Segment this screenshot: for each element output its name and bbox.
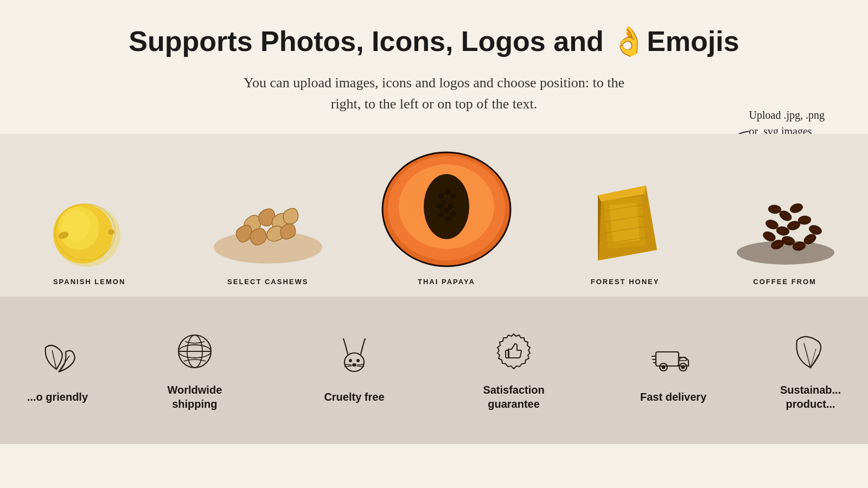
svg-point-69 <box>357 359 359 362</box>
product-lemon: SPANISH LEMON <box>0 150 178 297</box>
feature-cruelty-free: Cruelty free <box>275 337 434 404</box>
coffee-label: COFFEE FROM TAN <box>753 278 818 286</box>
svg-point-7 <box>108 229 114 235</box>
truck-icon <box>652 337 695 380</box>
svg-point-80 <box>682 366 685 369</box>
delivery-label: Fast delivery <box>640 390 706 404</box>
leaf-icon <box>36 337 79 380</box>
header-section: Supports Photos, Icons, Logos and 👌Emoji… <box>0 0 868 134</box>
cashews-image <box>208 150 328 269</box>
svg-line-86 <box>810 354 819 368</box>
features-section: ...o griendly Worldwideshipping <box>0 297 868 444</box>
svg-rect-75 <box>506 350 509 358</box>
papaya-image <box>376 150 517 269</box>
thumbsup-icon <box>492 330 535 373</box>
svg-point-14 <box>445 189 450 195</box>
subtitle: You can upload images, icons and logos a… <box>108 72 760 114</box>
svg-point-78 <box>662 366 665 369</box>
svg-point-19 <box>444 208 449 213</box>
main-title: Supports Photos, Icons, Logos and 👌Emoji… <box>108 26 760 57</box>
leaf2-icon <box>789 330 832 373</box>
honey-image <box>584 150 666 269</box>
product-honey: FOREST HONEY <box>536 150 714 297</box>
svg-point-20 <box>450 211 456 216</box>
honey-label: FOREST HONEY <box>591 278 660 286</box>
satisfaction-label: Satisfactionguarantee <box>483 383 544 411</box>
cruelty-free-label: Cruelty free <box>324 390 384 404</box>
feature-satisfaction: Satisfactionguarantee <box>434 330 593 411</box>
coffee-image <box>731 150 840 269</box>
svg-line-73 <box>357 364 364 365</box>
svg-point-13 <box>438 193 444 198</box>
product-coffee: COFFEE FROM TAN <box>714 150 857 297</box>
svg-line-74 <box>357 366 364 367</box>
shipping-label: Worldwideshipping <box>168 383 222 411</box>
svg-point-70 <box>353 364 356 366</box>
lemon-label: SPANISH LEMON <box>53 278 125 286</box>
emoji: 👌 <box>611 25 647 57</box>
svg-point-18 <box>437 204 443 209</box>
product-papaya: THAI PAPAYA <box>357 150 535 297</box>
feature-sustainable: Sustainab...product... <box>753 330 868 411</box>
svg-rect-76 <box>656 352 679 366</box>
bunny-icon <box>333 337 376 380</box>
lemon-image <box>52 150 127 269</box>
feature-delivery: Fast delivery <box>593 337 753 404</box>
svg-point-21 <box>438 212 444 217</box>
svg-rect-29 <box>610 203 640 243</box>
eco-label: ...o griendly <box>27 390 88 404</box>
sustainable-label: Sustainab...product... <box>780 383 841 411</box>
feature-eco: ...o griendly <box>0 337 115 404</box>
feature-shipping: Worldwideshipping <box>115 330 275 411</box>
svg-line-72 <box>344 366 352 367</box>
svg-point-12 <box>424 174 469 239</box>
product-strip: SPANISH LEMON SELE <box>0 134 868 297</box>
svg-point-15 <box>451 194 456 199</box>
product-cashews: SELECT CASHEWS <box>178 150 357 297</box>
svg-line-71 <box>344 364 352 365</box>
globe-icon <box>173 330 216 373</box>
svg-rect-67 <box>344 353 364 371</box>
svg-point-23 <box>410 177 423 220</box>
papaya-label: THAI PAPAYA <box>418 278 475 286</box>
svg-point-68 <box>349 359 352 362</box>
svg-point-22 <box>445 216 450 222</box>
cashews-label: SELECT CASHEWS <box>227 278 308 286</box>
